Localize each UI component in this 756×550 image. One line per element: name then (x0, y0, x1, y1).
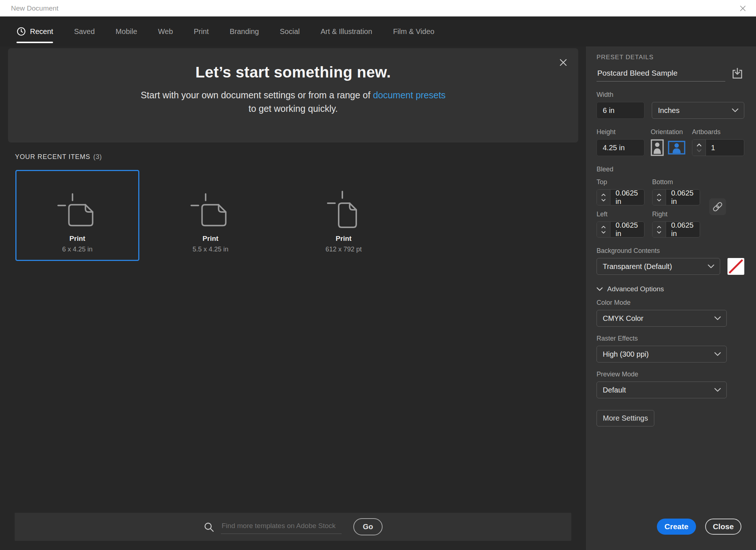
bleed-right-value[interactable]: 0.0625 in (666, 222, 700, 237)
chevron-down-icon (714, 316, 721, 320)
tab-label: Print (194, 27, 209, 36)
tab-label: Web (158, 27, 173, 36)
tab-social[interactable]: Social (280, 16, 300, 46)
tab-art-illustration[interactable]: Art & Illustration (320, 16, 372, 46)
color-mode-dropdown[interactable]: CMYK Color (597, 310, 727, 327)
tab-label: Social (280, 27, 300, 36)
create-button[interactable]: Create (657, 519, 696, 535)
chevron-down-icon (732, 109, 738, 113)
bleed-bottom-stepper: 0.0625 in (652, 189, 700, 205)
tab-label: Film & Video (393, 27, 435, 36)
adobe-stock-search-bar: Go (15, 513, 571, 541)
new-document-dialog: New Document Recent Saved Mobile Web Pri… (0, 0, 756, 550)
category-tabbar: Recent Saved Mobile Web Print Branding S… (0, 16, 756, 46)
link-icon (711, 201, 724, 213)
advanced-options-toggle[interactable]: Advanced Options (597, 285, 744, 293)
search-icon (203, 521, 214, 532)
bleed-right-decrement-button[interactable] (657, 231, 661, 234)
titlebar: New Document (0, 0, 756, 16)
height-field[interactable] (597, 139, 644, 156)
document-presets-link[interactable]: document presets (373, 90, 446, 100)
background-contents-dropdown[interactable]: Transparent (Default) (597, 258, 720, 275)
bleed-top-stepper: 0.0625 in (597, 189, 644, 205)
print-document-portrait-icon (323, 190, 364, 229)
tab-recent[interactable]: Recent (16, 16, 53, 46)
tab-label: Branding (230, 27, 259, 36)
color-mode-label: Color Mode (597, 299, 744, 307)
bleed-left-decrement-button[interactable] (601, 231, 606, 234)
bleed-top-increment-button[interactable] (601, 193, 606, 196)
print-document-landscape-icon (189, 192, 232, 229)
recent-item-card[interactable]: Print 612 x 792 pt (282, 170, 406, 261)
height-label: Height (597, 128, 644, 136)
advanced-options-label: Advanced Options (607, 285, 664, 293)
hero-subtitle-text: Start with your own document settings or… (141, 90, 373, 100)
card-type-label: Print (336, 235, 351, 243)
more-settings-button[interactable]: More Settings (597, 410, 654, 426)
bleed-left-increment-button[interactable] (601, 225, 606, 228)
hero-banner: Let’s start something new. Start with yo… (8, 48, 578, 143)
search-input[interactable] (221, 520, 342, 534)
card-size-label: 6 x 4.25 in (62, 246, 93, 253)
preset-details-panel: PRESET DETAILS Width Inches Height Or (586, 46, 756, 550)
preset-name-field[interactable] (597, 69, 725, 81)
bleed-top-decrement-button[interactable] (601, 199, 606, 202)
tab-label: Recent (30, 27, 53, 36)
tab-saved[interactable]: Saved (74, 16, 95, 46)
recent-item-card[interactable]: Print 6 x 4.25 in (15, 170, 139, 261)
bleed-left-value[interactable]: 0.0625 in (610, 222, 644, 237)
close-button[interactable]: Close (705, 519, 741, 535)
artboards-stepper: 1 (692, 139, 744, 156)
recent-items-grid: Print 6 x 4.25 in Print 5.5 x 4.25 in (15, 170, 406, 261)
orientation-label: Orientation (651, 128, 686, 136)
width-label: Width (597, 91, 744, 99)
bleed-right-increment-button[interactable] (657, 225, 661, 228)
tab-label: Mobile (116, 27, 137, 36)
width-field[interactable] (597, 102, 644, 119)
window-title: New Document (11, 4, 59, 12)
tab-web[interactable]: Web (158, 16, 173, 46)
chevron-down-icon (714, 388, 721, 392)
bleed-bottom-label: Bottom (652, 178, 700, 186)
tab-branding[interactable]: Branding (230, 16, 259, 46)
hero-close-icon[interactable] (558, 57, 569, 68)
bleed-left-stepper: 0.0625 in (597, 221, 644, 238)
recent-item-card[interactable]: Print 5.5 x 4.25 in (148, 170, 272, 261)
print-document-landscape-icon (56, 192, 99, 229)
card-size-label: 5.5 x 4.25 in (192, 246, 228, 253)
raster-effects-dropdown[interactable]: High (300 ppi) (597, 346, 727, 363)
recent-items-header: YOUR RECENT ITEMS(3) (15, 153, 102, 161)
bleed-right-stepper: 0.0625 in (652, 221, 700, 238)
link-bleed-values-button[interactable] (709, 198, 726, 215)
raster-effects-label: Raster Effects (597, 335, 744, 342)
artboards-increment-button[interactable] (697, 143, 702, 147)
bleed-bottom-value[interactable]: 0.0625 in (666, 190, 700, 205)
orientation-landscape-icon[interactable] (668, 141, 685, 155)
tab-label: Art & Illustration (320, 27, 372, 36)
preview-mode-label: Preview Mode (597, 371, 744, 378)
recent-items-title: YOUR RECENT ITEMS (15, 153, 90, 160)
go-button[interactable]: Go (353, 518, 383, 535)
save-preset-icon[interactable] (730, 67, 744, 81)
units-dropdown[interactable]: Inches (652, 102, 744, 119)
hero-subtitle: Start with your own document settings or… (139, 88, 448, 115)
clock-icon (16, 27, 26, 36)
artboards-value[interactable]: 1 (706, 140, 744, 156)
artboards-label: Artboards (692, 128, 744, 136)
bleed-bottom-increment-button[interactable] (657, 193, 661, 196)
main-content: Let’s start something new. Start with yo… (0, 46, 586, 550)
tab-film-video[interactable]: Film & Video (393, 16, 435, 46)
preview-mode-dropdown[interactable]: Default (597, 382, 727, 398)
bleed-top-label: Top (597, 178, 644, 186)
panel-header: PRESET DETAILS (597, 54, 744, 61)
bleed-bottom-decrement-button[interactable] (657, 199, 661, 202)
tab-print[interactable]: Print (194, 16, 209, 46)
window-close-icon[interactable] (737, 3, 749, 14)
artboards-decrement-button[interactable] (697, 149, 702, 152)
card-type-label: Print (69, 235, 85, 243)
tab-mobile[interactable]: Mobile (116, 16, 137, 46)
background-contents-label: Background Contents (597, 247, 744, 255)
orientation-portrait-icon[interactable] (651, 139, 664, 156)
bleed-top-value[interactable]: 0.0625 in (610, 190, 644, 205)
chevron-down-icon (714, 352, 721, 356)
